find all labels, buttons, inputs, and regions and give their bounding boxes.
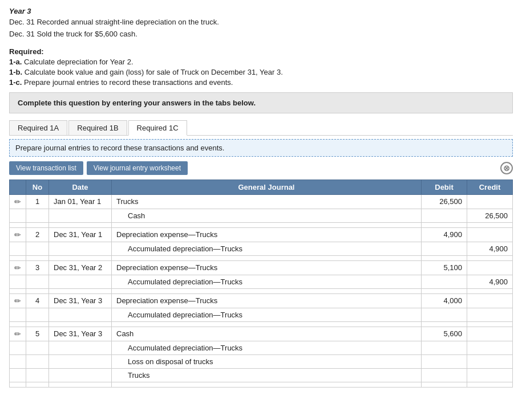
entry-debit: 5,100: [422, 260, 467, 275]
intro-line-2: Dec. 31 Sold the truck for $5,600 cash.: [9, 28, 513, 40]
table-row: ✏5Dec 31, Year 3Cash5,600: [10, 327, 513, 341]
table-row: ✏1Jan 01, Year 1Trucks26,500: [10, 194, 513, 209]
table-row: ✏4Dec 31, Year 3Depreciation expense—Tru…: [10, 293, 513, 308]
entry-credit: [467, 293, 513, 308]
entry-credit: [467, 354, 513, 368]
entry-no: [26, 368, 49, 382]
spacer-row: [10, 288, 513, 293]
entry-credit: [467, 341, 513, 354]
entry-date: [49, 275, 112, 288]
tab-required-1a[interactable]: Required 1A: [9, 120, 67, 135]
entry-account: Accumulated depreciation—Trucks: [112, 242, 422, 255]
required-1c: 1-c. Prepare journal entries to record t…: [9, 78, 513, 87]
edit-cell: ✏: [10, 327, 26, 341]
table-row: Accumulated depreciation—Trucks4,900: [10, 275, 513, 288]
edit-cell: [10, 209, 26, 222]
edit-icon[interactable]: ✏: [14, 296, 21, 305]
entry-no: [26, 209, 49, 222]
button-row: View transaction list View journal entry…: [9, 161, 513, 175]
entry-no: 1: [26, 194, 49, 209]
entry-account: Depreciation expense—Trucks: [112, 260, 422, 275]
entry-date: [49, 209, 112, 222]
table-row: ✏3Dec 31, Year 2Depreciation expense—Tru…: [10, 260, 513, 275]
edit-cell: [10, 354, 26, 368]
entry-credit: [467, 368, 513, 382]
required-1a: 1-a. Calculate depreciation for Year 2.: [9, 58, 513, 66]
entry-debit: [422, 354, 467, 368]
edit-cell: [10, 341, 26, 354]
entry-credit: 26,500: [467, 209, 513, 222]
tab-required-1b[interactable]: Required 1B: [68, 120, 127, 135]
tab-required-1c[interactable]: Required 1C: [128, 120, 187, 136]
entry-debit: [422, 368, 467, 382]
spacer-row: [10, 255, 513, 260]
required-section: Required: 1-a. Calculate depreciation fo…: [9, 47, 513, 87]
entry-date: Dec 31, Year 3: [49, 327, 112, 341]
view-transaction-button[interactable]: View transaction list: [9, 161, 83, 175]
col-header-journal: General Journal: [112, 180, 422, 194]
entry-credit: 4,900: [467, 242, 513, 255]
edit-cell: [10, 275, 26, 288]
col-header-credit: Credit: [467, 180, 513, 194]
edit-cell: ✏: [10, 227, 26, 242]
col-header-debit: Debit: [422, 180, 467, 194]
table-row: Accumulated depreciation—Trucks: [10, 341, 513, 354]
entry-date: [49, 354, 112, 368]
edit-icon[interactable]: ✏: [14, 197, 21, 206]
entry-credit: [467, 227, 513, 242]
entry-debit: [422, 275, 467, 288]
year-heading: Year 3: [9, 7, 513, 15]
edit-cell: [10, 242, 26, 255]
entry-no: [26, 242, 49, 255]
entry-account: Trucks: [112, 194, 422, 209]
entry-account: Accumulated depreciation—Trucks: [112, 275, 422, 288]
edit-icon[interactable]: ✏: [14, 263, 21, 272]
entry-no: [26, 308, 49, 321]
entry-debit: [422, 308, 467, 321]
intro-line-1: Dec. 31 Recorded annual straight-line de…: [9, 17, 513, 28]
table-row: Accumulated depreciation—Trucks4,900: [10, 242, 513, 255]
entry-account: Cash: [112, 209, 422, 222]
entry-debit: [422, 209, 467, 222]
required-heading: Required:: [9, 47, 44, 56]
entry-no: [26, 275, 49, 288]
spacer-row: [10, 382, 513, 387]
entry-no: 4: [26, 293, 49, 308]
entry-credit: 4,900: [467, 275, 513, 288]
entry-no: 2: [26, 227, 49, 242]
table-row: ✏2Dec 31, Year 1Depreciation expense—Tru…: [10, 227, 513, 242]
col-header-date: Date: [49, 180, 112, 194]
entry-credit: [467, 194, 513, 209]
spacer-row: [10, 321, 513, 327]
entry-date: Jan 01, Year 1: [49, 194, 112, 209]
journal-table: No Date General Journal Debit Credit ✏1J…: [9, 180, 513, 388]
edit-cell: ✏: [10, 260, 26, 275]
table-row: Trucks: [10, 368, 513, 382]
edit-icon[interactable]: ✏: [14, 230, 21, 239]
tabs-row: Required 1A Required 1B Required 1C: [9, 120, 513, 136]
complete-box: Complete this question by entering your …: [9, 92, 513, 113]
entry-no: [26, 341, 49, 354]
view-journal-button[interactable]: View journal entry worksheet: [87, 161, 188, 175]
edit-cell: [10, 368, 26, 382]
col-header-no: No: [26, 180, 49, 194]
entry-credit: [467, 327, 513, 341]
entry-date: [49, 242, 112, 255]
entry-date: Dec 31, Year 3: [49, 293, 112, 308]
entry-date: [49, 341, 112, 354]
entry-account: Accumulated depreciation—Trucks: [112, 341, 422, 354]
entry-debit: 4,000: [422, 293, 467, 308]
spacer-row: [10, 222, 513, 227]
entry-account: Trucks: [112, 368, 422, 382]
table-row: Cash26,500: [10, 209, 513, 222]
entry-account: Cash: [112, 327, 422, 341]
edit-icon[interactable]: ✏: [14, 329, 21, 339]
close-icon[interactable]: ⊗: [500, 162, 513, 174]
edit-cell: ✏: [10, 194, 26, 209]
required-1b: 1-b. Calculate book value and gain (loss…: [9, 68, 513, 76]
entry-no: [26, 354, 49, 368]
edit-cell: [10, 308, 26, 321]
entry-credit: [467, 308, 513, 321]
entry-debit: [422, 341, 467, 354]
entry-date: Dec 31, Year 1: [49, 227, 112, 242]
